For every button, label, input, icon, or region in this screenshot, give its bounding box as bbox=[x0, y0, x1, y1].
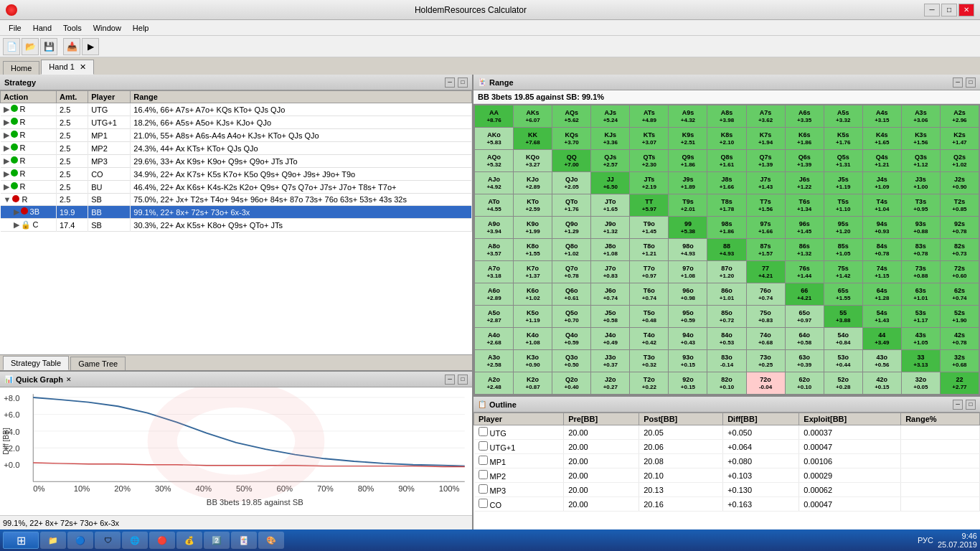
hand-cell[interactable]: AJo+4.92 bbox=[475, 172, 513, 194]
hand-cell[interactable]: 92s+0.78 bbox=[941, 217, 979, 238]
hand-cell[interactable]: 83o-0.14 bbox=[707, 350, 745, 372]
hand-cell[interactable]: 72o-0.04 bbox=[747, 372, 785, 394]
hand-cell[interactable]: 63o+0.39 bbox=[786, 350, 824, 372]
hand-cell[interactable]: KQs+3.70 bbox=[552, 128, 590, 149]
hand-cell[interactable]: Q6s+1.39 bbox=[786, 150, 824, 171]
expand-arrow[interactable]: ▶ bbox=[4, 105, 9, 113]
hand-cell[interactable]: J2s+0.90 bbox=[941, 172, 979, 194]
expand-arrow[interactable]: ▶ bbox=[4, 156, 9, 165]
hand-cell[interactable]: Q2s+1.02 bbox=[941, 150, 979, 171]
hand-cell[interactable]: A5o+2.87 bbox=[475, 306, 513, 327]
menu-hand[interactable]: Hand bbox=[27, 22, 57, 34]
hand-cell[interactable]: A7s+3.62 bbox=[747, 105, 785, 127]
table-row[interactable]: ▶ R2.5CO34.9%, 22+ Ax K7s+ K5s K7o+ K5o … bbox=[1, 168, 472, 181]
menu-tools[interactable]: Tools bbox=[57, 22, 88, 34]
start-button[interactable]: ⊞ bbox=[3, 532, 39, 549]
tab-home[interactable]: Home bbox=[3, 61, 39, 75]
hand-cell[interactable]: 98s+1.86 bbox=[707, 217, 745, 238]
hand-cell[interactable]: 74s+1.15 bbox=[863, 261, 901, 283]
hand-cell[interactable]: Q9s+1.86 bbox=[669, 150, 707, 171]
hand-cell[interactable]: KTs+3.07 bbox=[630, 128, 668, 149]
hand-cell[interactable]: ATs+4.89 bbox=[630, 105, 668, 127]
hand-cell[interactable]: J3s+1.00 bbox=[902, 172, 940, 194]
hand-cell[interactable]: T9s+2.01 bbox=[669, 194, 707, 216]
hand-cell[interactable]: 85s+1.05 bbox=[824, 239, 862, 260]
outline-row[interactable]: MP220.0020.10+0.1030.00029 bbox=[474, 468, 980, 483]
hand-cell[interactable]: 42o+0.15 bbox=[863, 372, 901, 394]
hand-cell[interactable]: Q8o+1.02 bbox=[552, 239, 590, 260]
panel-maximize-btn[interactable]: □ bbox=[458, 77, 468, 88]
sub-tab-strategy[interactable]: Strategy Table bbox=[3, 356, 69, 370]
hand-cell[interactable]: 76o+0.74 bbox=[747, 283, 785, 305]
hand-cell[interactable]: A5s+3.32 bbox=[824, 105, 862, 127]
hand-cell[interactable]: 95o+0.59 bbox=[669, 306, 707, 327]
table-row[interactable]: ▶ R2.5UTG16.4%, 66+ A7s+ A7o+ KQs KTo+ Q… bbox=[1, 103, 472, 116]
maximize-button[interactable]: □ bbox=[941, 4, 957, 17]
hand-cell[interactable]: 93s+0.88 bbox=[902, 217, 940, 238]
hand-cell[interactable]: K6s+1.86 bbox=[786, 128, 824, 149]
hand-cell[interactable]: 75o+0.83 bbox=[747, 306, 785, 327]
outline-row-checkbox[interactable] bbox=[479, 456, 488, 465]
panel-minimize-btn[interactable]: ─ bbox=[445, 77, 455, 88]
hand-cell[interactable]: 66+4.21 bbox=[786, 283, 824, 305]
outline-row[interactable]: CO20.0020.16+0.1630.00047 bbox=[474, 497, 980, 512]
hand-cell[interactable]: J8s+1.66 bbox=[707, 172, 745, 194]
hand-cell[interactable]: J8o+1.08 bbox=[591, 239, 629, 260]
hand-cell[interactable]: A2s+2.96 bbox=[941, 105, 979, 127]
menu-window[interactable]: Window bbox=[88, 22, 127, 34]
hand-cell[interactable]: A7o+3.18 bbox=[475, 261, 513, 283]
hand-cell[interactable]: 32o+0.05 bbox=[902, 372, 940, 394]
hand-cell[interactable]: J7s+1.43 bbox=[747, 172, 785, 194]
expand-arrow[interactable]: ▶ bbox=[4, 182, 9, 191]
hand-cell[interactable]: J4o+0.49 bbox=[591, 328, 629, 349]
hand-cell[interactable]: 62o+0.10 bbox=[786, 372, 824, 394]
hand-cell[interactable]: 84o+0.53 bbox=[707, 328, 745, 349]
hand-cell[interactable]: AJs+5.24 bbox=[591, 105, 629, 127]
hand-cell[interactable]: T3s+0.95 bbox=[902, 194, 940, 216]
hand-cell[interactable]: QTs+2.30 bbox=[630, 150, 668, 171]
hand-cell[interactable]: A9o+3.94 bbox=[475, 217, 513, 238]
hand-cell[interactable]: 74o+0.68 bbox=[747, 328, 785, 349]
hand-cell[interactable]: A6s+3.35 bbox=[786, 105, 824, 127]
hand-cell[interactable]: 43s+1.05 bbox=[902, 328, 940, 349]
hand-cell[interactable]: Q2o+0.40 bbox=[552, 372, 590, 394]
range-maximize-btn[interactable]: □ bbox=[966, 77, 976, 88]
hand-cell[interactable]: 64s+1.28 bbox=[863, 283, 901, 305]
minimize-button[interactable]: ─ bbox=[924, 4, 940, 17]
hand-cell[interactable]: J4s+1.09 bbox=[863, 172, 901, 194]
outline-row-checkbox[interactable] bbox=[479, 470, 488, 479]
hand-cell[interactable]: K7s+1.94 bbox=[747, 128, 785, 149]
hand-cell[interactable]: JTs+2.19 bbox=[630, 172, 668, 194]
hand-cell[interactable]: 77+4.21 bbox=[747, 261, 785, 283]
taskbar-app-5[interactable]: 🔴 bbox=[149, 532, 175, 549]
hand-cell[interactable]: T5s+1.10 bbox=[824, 194, 862, 216]
hand-cell[interactable]: 87s+1.57 bbox=[747, 239, 785, 260]
hand-cell[interactable]: ATo+4.55 bbox=[475, 194, 513, 216]
hand-cell[interactable]: 94o+0.43 bbox=[669, 328, 707, 349]
hand-cell[interactable]: 95s+1.20 bbox=[824, 217, 862, 238]
hand-cell[interactable]: 87o+1.20 bbox=[707, 261, 745, 283]
hand-cell[interactable]: K3o+0.90 bbox=[514, 350, 552, 372]
hand-cell[interactable]: 97s+1.66 bbox=[747, 217, 785, 238]
hand-cell[interactable]: 82o+0.10 bbox=[707, 372, 745, 394]
hand-cell[interactable]: K4s+1.65 bbox=[863, 128, 901, 149]
hand-cell[interactable]: 88+4.93 bbox=[707, 239, 745, 260]
hand-cell[interactable]: T2o+0.22 bbox=[630, 372, 668, 394]
hand-cell[interactable]: A4s+3.15 bbox=[863, 105, 901, 127]
tab-hand1[interactable]: Hand 1 ✕ bbox=[41, 60, 94, 75]
hand-cell[interactable]: Q7o+0.78 bbox=[552, 261, 590, 283]
hand-cell[interactable]: KJs+3.36 bbox=[591, 128, 629, 149]
hand-cell[interactable]: K2s+1.47 bbox=[941, 128, 979, 149]
expand-arrow[interactable]: ▼ bbox=[4, 195, 11, 204]
hand-cell[interactable]: AKo+5.83 bbox=[475, 128, 513, 149]
expand-arrow[interactable]: ▶ bbox=[4, 143, 9, 152]
hand-cell[interactable]: Q3o+0.50 bbox=[552, 350, 590, 372]
table-row[interactable]: ▶ R2.5MP121.0%, 55+ A8s+ A6s-A4s A4o+ KJ… bbox=[1, 129, 472, 142]
toolbar-import[interactable]: 📥 bbox=[63, 38, 80, 55]
expand-arrow[interactable]: ▶ bbox=[4, 118, 9, 126]
hand-cell[interactable]: J6o+0.74 bbox=[591, 283, 629, 305]
hand-cell[interactable]: J5s+1.19 bbox=[824, 172, 862, 194]
hand-cell[interactable]: 64o+0.58 bbox=[786, 328, 824, 349]
hand-cell[interactable]: 86o+1.01 bbox=[707, 283, 745, 305]
hand-cell[interactable]: 92o+0.15 bbox=[669, 372, 707, 394]
